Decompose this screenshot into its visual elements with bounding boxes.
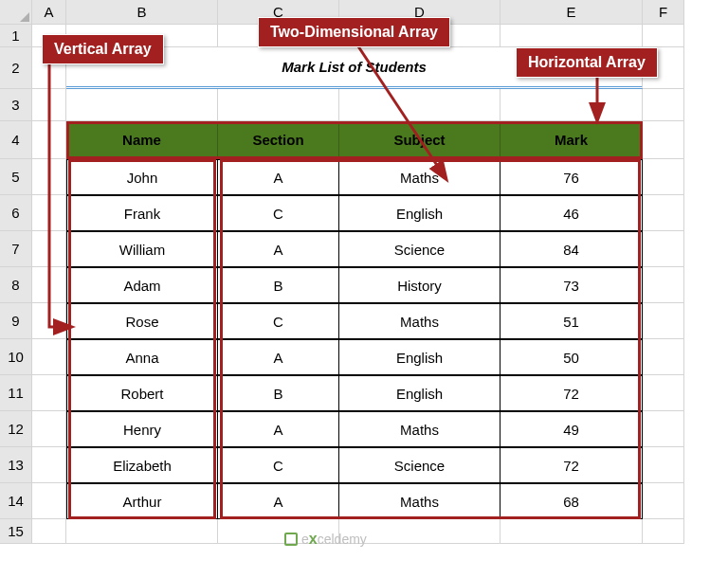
cell-F5[interactable] [643, 159, 684, 195]
cell-F1[interactable] [643, 25, 684, 47]
cell-subject-6[interactable]: English [339, 375, 500, 411]
cell-E3[interactable] [500, 89, 643, 121]
cell-mark-2[interactable]: 84 [500, 231, 643, 267]
cell-mark-5[interactable]: 50 [500, 339, 643, 375]
row-header-12[interactable]: 12 [0, 411, 32, 447]
row-header-13[interactable]: 13 [0, 447, 32, 483]
cell-E1[interactable] [500, 25, 643, 47]
cell-A7[interactable] [32, 231, 66, 267]
cell-mark-1[interactable]: 46 [500, 195, 643, 231]
cell-name-0[interactable]: John [66, 159, 218, 195]
cell-A11[interactable] [32, 375, 66, 411]
cell-A8[interactable] [32, 267, 66, 303]
cell-section-7[interactable]: A [218, 411, 339, 447]
table-header-mark: Mark [500, 121, 643, 159]
cell-F11[interactable] [643, 375, 684, 411]
cell-name-7[interactable]: Henry [66, 411, 218, 447]
cell-mark-0[interactable]: 76 [500, 159, 643, 195]
cell-section-4[interactable]: C [218, 303, 339, 339]
row-header-10[interactable]: 10 [0, 339, 32, 375]
cell-F6[interactable] [643, 195, 684, 231]
cell-E15[interactable] [500, 519, 643, 544]
cell-section-1[interactable]: C [218, 195, 339, 231]
cell-subject-3[interactable]: History [339, 267, 500, 303]
cell-name-2[interactable]: William [66, 231, 218, 267]
column-header-A[interactable]: A [32, 0, 66, 25]
cell-F4[interactable] [643, 121, 684, 159]
row-header-14[interactable]: 14 [0, 483, 32, 519]
cell-subject-1[interactable]: English [339, 195, 500, 231]
cell-name-6[interactable]: Robert [66, 375, 218, 411]
cell-name-4[interactable]: Rose [66, 303, 218, 339]
cell-section-2[interactable]: A [218, 231, 339, 267]
cell-mark-3[interactable]: 73 [500, 267, 643, 303]
row-header-5[interactable]: 5 [0, 159, 32, 195]
cell-section-3[interactable]: B [218, 267, 339, 303]
cell-subject-0[interactable]: Maths [339, 159, 500, 195]
row-header-3[interactable]: 3 [0, 89, 32, 121]
cell-mark-7[interactable]: 49 [500, 411, 643, 447]
cell-A13[interactable] [32, 447, 66, 483]
cell-subject-2[interactable]: Science [339, 231, 500, 267]
column-header-B[interactable]: B [66, 0, 218, 25]
cell-name-9[interactable]: Arthur [66, 483, 218, 519]
cell-A5[interactable] [32, 159, 66, 195]
cell-D3[interactable] [339, 89, 500, 121]
cell-A15[interactable] [32, 519, 66, 544]
callout-two-d-array: Two-Dimensional Array [258, 17, 450, 47]
cell-section-8[interactable]: C [218, 447, 339, 483]
cell-F10[interactable] [643, 339, 684, 375]
cell-subject-4[interactable]: Maths [339, 303, 500, 339]
cell-B15[interactable] [66, 519, 218, 544]
select-all-corner[interactable] [0, 0, 32, 25]
cell-B3[interactable] [66, 89, 218, 121]
cell-F13[interactable] [643, 447, 684, 483]
cell-C3[interactable] [218, 89, 339, 121]
cell-name-5[interactable]: Anna [66, 339, 218, 375]
row-header-8[interactable]: 8 [0, 267, 32, 303]
cell-F15[interactable] [643, 519, 684, 544]
cell-F14[interactable] [643, 483, 684, 519]
cell-mark-4[interactable]: 51 [500, 303, 643, 339]
cell-F3[interactable] [643, 89, 684, 121]
column-header-F[interactable]: F [643, 0, 684, 25]
cell-name-3[interactable]: Adam [66, 267, 218, 303]
cell-section-6[interactable]: B [218, 375, 339, 411]
cell-section-5[interactable]: A [218, 339, 339, 375]
callout-vertical-array: Vertical Array [42, 34, 164, 64]
cell-F7[interactable] [643, 231, 684, 267]
cell-subject-9[interactable]: Maths [339, 483, 500, 519]
row-header-6[interactable]: 6 [0, 195, 32, 231]
cell-subject-7[interactable]: Maths [339, 411, 500, 447]
row-header-2[interactable]: 2 [0, 47, 32, 89]
table-header-subject: Subject [339, 121, 500, 159]
row-header-9[interactable]: 9 [0, 303, 32, 339]
cell-A3[interactable] [32, 89, 66, 121]
row-header-7[interactable]: 7 [0, 231, 32, 267]
cell-subject-5[interactable]: English [339, 339, 500, 375]
column-header-E[interactable]: E [500, 0, 643, 25]
cell-mark-8[interactable]: 72 [500, 447, 643, 483]
cell-F12[interactable] [643, 411, 684, 447]
cell-A9[interactable] [32, 303, 66, 339]
cell-A4[interactable] [32, 121, 66, 159]
cell-section-0[interactable]: A [218, 159, 339, 195]
row-header-1[interactable]: 1 [0, 25, 32, 47]
cell-A12[interactable] [32, 411, 66, 447]
row-header-11[interactable]: 11 [0, 375, 32, 411]
cell-A10[interactable] [32, 339, 66, 375]
cell-A14[interactable] [32, 483, 66, 519]
cell-name-8[interactable]: Elizabeth [66, 447, 218, 483]
row-header-15[interactable]: 15 [0, 519, 32, 544]
cell-A6[interactable] [32, 195, 66, 231]
cell-F9[interactable] [643, 303, 684, 339]
row-header-4[interactable]: 4 [0, 121, 32, 159]
cell-F8[interactable] [643, 267, 684, 303]
cell-name-1[interactable]: Frank [66, 195, 218, 231]
cell-subject-8[interactable]: Science [339, 447, 500, 483]
table-header-name: Name [66, 121, 218, 159]
cell-mark-6[interactable]: 72 [500, 375, 643, 411]
cell-mark-9[interactable]: 68 [500, 483, 643, 519]
cell-section-9[interactable]: A [218, 483, 339, 519]
spreadsheet-grid: ABCDEF12Mark List of Students34NameSecti… [0, 0, 728, 544]
